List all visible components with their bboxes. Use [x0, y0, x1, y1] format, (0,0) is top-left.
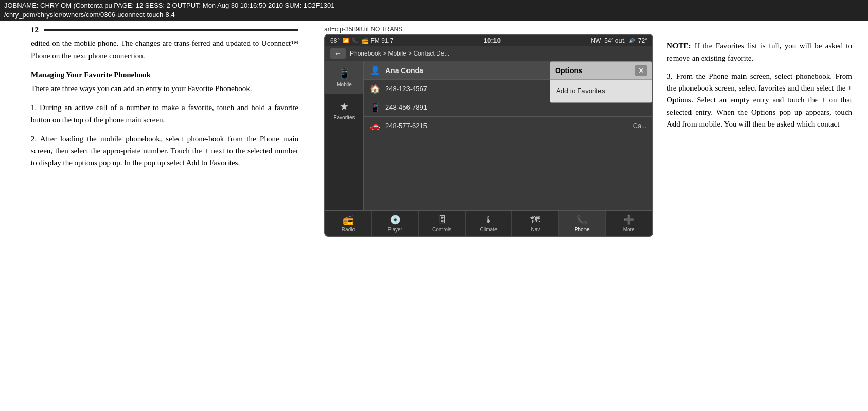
breadcrumb: Phonebook > Mobile > Contact De...: [350, 50, 449, 57]
volume-icon: 🔊: [629, 38, 635, 43]
header-line1: JOBNAME: CHRY OM (Contenta pu PAGE: 12 S…: [4, 1, 864, 10]
screen-area: art=ctp-35898.tif NO TRANS 68° 📶 📞 📻 FM …: [324, 26, 653, 237]
text-column: 12 edited on the mobile phone. The chang…: [0, 21, 319, 411]
radio-tab-label: Radio: [342, 227, 355, 233]
favorites-icon: ★: [340, 100, 349, 113]
sidebar-item-mobile[interactable]: 📱 Mobile: [325, 61, 363, 94]
tab-phone[interactable]: 📞 Phone: [559, 211, 606, 236]
car-icon: 🚗: [370, 121, 380, 131]
header-line2: /chry_pdm/chrysler/owners/com/0306-uconn…: [4, 10, 864, 20]
contact-phone-row-3[interactable]: 🚗 248-577-6215 Ca...: [364, 117, 652, 135]
bottom-tabs: 📻 Radio 💿 Player 🎛 Controls 🌡: [325, 210, 652, 236]
tab-nav[interactable]: 🗺 Nav: [512, 211, 559, 236]
para4: 2. After loading the mobile phonebook, s…: [31, 133, 298, 169]
mobile-phone-icon: 📱: [370, 102, 380, 112]
tab-climate[interactable]: 🌡 Climate: [466, 211, 512, 236]
phone-tab-label: Phone: [575, 227, 590, 233]
nav-bar: ← Phonebook > Mobile > Contact De...: [325, 46, 652, 61]
phone-number-3: 248-577-6215: [385, 122, 427, 130]
header-bar: JOBNAME: CHRY OM (Contenta pu PAGE: 12 S…: [0, 0, 868, 21]
page-number-line: [44, 29, 298, 31]
sidebar-mobile-label: Mobile: [336, 82, 351, 87]
right-text-area: NOTE: If the Favorites list is full, you…: [662, 40, 857, 136]
para3: 1. During an active call of a number to …: [31, 102, 298, 126]
signal-icon: 📶: [343, 38, 349, 43]
tab-player[interactable]: 💿 Player: [372, 211, 419, 236]
person-icon: 👤: [370, 65, 380, 75]
player-tab-label: Player: [388, 227, 402, 233]
time-display: 10:10: [397, 37, 588, 44]
options-close-button[interactable]: ✕: [635, 65, 647, 76]
climate-tab-icon: 🌡: [484, 215, 493, 225]
page-number: 12: [31, 26, 298, 34]
sidebar-favorites-label: Favorites: [333, 115, 355, 120]
options-title: Options: [555, 66, 582, 75]
radio-tab-icon: 📻: [343, 214, 354, 225]
home-icon: 🏠: [370, 84, 380, 94]
screen-content: 📱 Mobile ★ Favorites 👤: [325, 61, 652, 210]
radio-label: 📻 FM 91.7: [361, 37, 393, 44]
note-text: NOTE: If the Favorites list is full, you…: [667, 40, 852, 64]
phone-tab-icon: 📞: [576, 214, 588, 225]
climate-tab-label: Climate: [480, 227, 498, 233]
player-tab-icon: 💿: [389, 214, 401, 225]
contact-name: Ana Conda: [385, 66, 423, 75]
call-action-3: Ca...: [633, 122, 646, 130]
para3-right: 3. From the Phone main screen, select ph…: [667, 70, 852, 130]
temp-left: 68°: [330, 37, 340, 44]
sidebar: 📱 Mobile ★ Favorites: [325, 61, 364, 210]
status-bar: 68° 📶 📞 📻 FM 91.7 10:10 NW 54° out. 🔊 72…: [325, 35, 652, 46]
add-to-favorites-option[interactable]: Add to Favorites: [550, 80, 652, 102]
more-tab-label: More: [623, 227, 635, 233]
back-button[interactable]: ←: [330, 48, 346, 59]
section-heading1: Managing Your Favorite Phonebook There a…: [31, 69, 298, 95]
nav-tab-label: Nav: [530, 227, 540, 233]
options-header: Options ✕: [550, 62, 652, 80]
phone-number-1: 248-123-4567: [385, 85, 427, 93]
right-column: art=ctp-35898.tif NO TRANS 68° 📶 📞 📻 FM …: [319, 21, 868, 411]
tab-controls[interactable]: 🎛 Controls: [419, 211, 466, 236]
volume-temp: 72°: [638, 37, 647, 44]
phone-icon: 📞: [352, 38, 358, 43]
car-screen: 68° 📶 📞 📻 FM 91.7 10:10 NW 54° out. 🔊 72…: [324, 34, 653, 237]
note-bold: NOTE:: [667, 42, 692, 50]
options-popup: Options ✕ Add to Favorites: [550, 61, 652, 103]
para1: edited on the mobile phone. The changes …: [31, 38, 298, 62]
controls-tab-label: Controls: [432, 227, 451, 233]
tab-radio[interactable]: 📻 Radio: [325, 211, 372, 236]
outside-temp: 54° out.: [604, 37, 626, 44]
direction: NW: [591, 37, 601, 44]
nav-tab-icon: 🗺: [530, 215, 540, 225]
image-label: art=ctp-35898.tif NO TRANS: [324, 26, 653, 33]
tab-more[interactable]: ➕ More: [606, 211, 652, 236]
mobile-icon: 📱: [338, 67, 351, 80]
more-tab-icon: ➕: [623, 214, 634, 225]
sidebar-item-favorites[interactable]: ★ Favorites: [325, 94, 363, 127]
note-content: If the Favorites list is full, you will …: [667, 42, 852, 62]
controls-tab-icon: 🎛: [437, 215, 447, 225]
phone-number-2: 248-456-7891: [385, 103, 427, 111]
